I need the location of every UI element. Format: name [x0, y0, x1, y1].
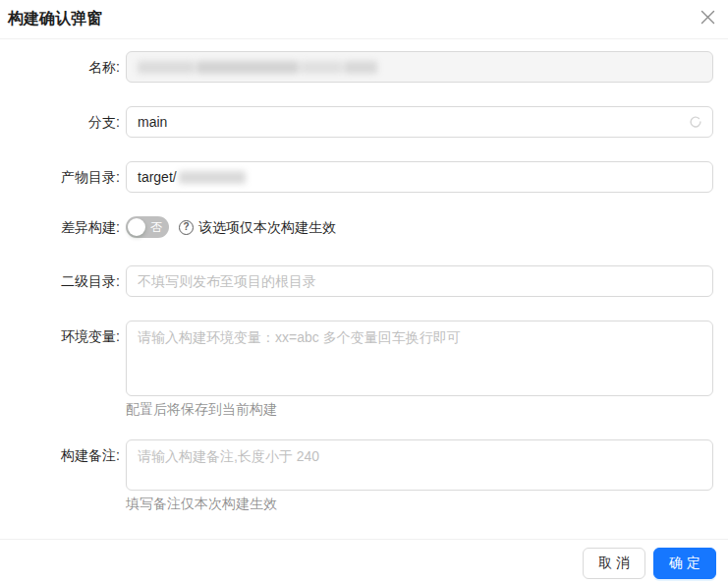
artifact-dir-value: target/	[138, 169, 177, 185]
form-row-sub-dir: 二级目录:	[0, 265, 728, 297]
redacted-text	[138, 61, 377, 74]
sub-dir-input[interactable]	[126, 265, 713, 297]
diff-build-toggle[interactable]: 否	[126, 216, 169, 238]
form-row-build-note: 构建备注: 填写备注仅本次构建生效	[0, 439, 728, 513]
question-circle-icon[interactable]: ?	[179, 220, 194, 235]
form-row-artifact-dir: 产物目录: target/	[0, 161, 728, 193]
env-vars-hint: 配置后将保存到当前构建	[126, 399, 713, 419]
form-row-env-vars: 环境变量: 配置后将保存到当前构建	[0, 321, 728, 419]
refresh-icon[interactable]	[689, 115, 702, 129]
close-button[interactable]	[695, 4, 720, 29]
branch-input[interactable]	[126, 106, 713, 138]
cancel-button[interactable]: 取 消	[583, 548, 645, 579]
build-note-hint: 填写备注仅本次构建生效	[126, 494, 713, 513]
form-row-diff-build: 差异构建: 否 ? 该选项仅本次构建生效	[0, 216, 728, 238]
close-icon	[700, 10, 715, 25]
name-label: 名称:	[0, 51, 120, 78]
env-vars-textarea[interactable]	[126, 321, 713, 396]
toggle-knob	[128, 218, 145, 236]
env-vars-label: 环境变量:	[0, 321, 120, 347]
form-row-branch: 分支:	[0, 106, 728, 138]
build-note-label: 构建备注:	[0, 439, 120, 466]
sub-dir-label: 二级目录:	[0, 265, 120, 292]
artifact-dir-label: 产物目录:	[0, 161, 120, 188]
dialog-footer: 取 消 确 定	[0, 539, 728, 579]
dialog-body: 名称: 分支: 产物目录: target/	[0, 39, 728, 539]
diff-build-help-text: 该选项仅本次构建生效	[198, 216, 336, 238]
artifact-dir-input[interactable]: target/	[126, 161, 713, 193]
toggle-state-label: 否	[150, 221, 162, 233]
confirm-button[interactable]: 确 定	[653, 548, 716, 579]
branch-label: 分支:	[0, 106, 120, 133]
form-row-name: 名称:	[0, 51, 728, 83]
redacted-text	[179, 171, 246, 184]
build-note-textarea[interactable]	[126, 439, 713, 491]
dialog-title: 构建确认弹窗	[8, 8, 718, 29]
build-confirm-dialog: 构建确认弹窗 名称: 分支:	[0, 0, 728, 584]
diff-build-label: 差异构建:	[0, 216, 120, 238]
dialog-header: 构建确认弹窗	[0, 0, 728, 39]
name-field	[126, 51, 713, 83]
